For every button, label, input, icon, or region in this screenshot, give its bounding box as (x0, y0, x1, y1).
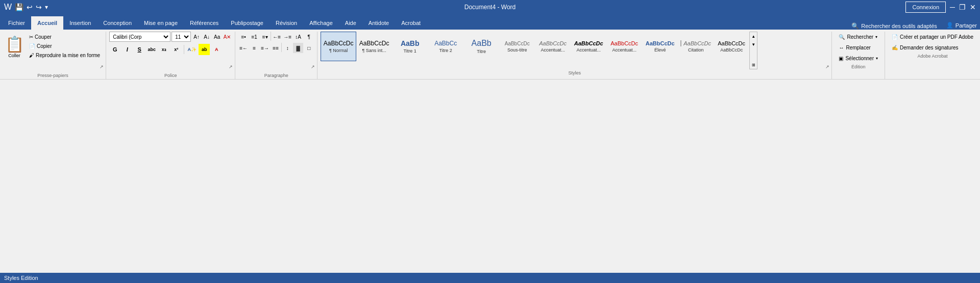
style-sans-int-preview: AaBbCcDc (359, 40, 389, 47)
coller-label: Coller (8, 53, 20, 58)
indent-decrease-button[interactable]: ←≡ (272, 32, 282, 42)
tab-insertion[interactable]: Insertion (63, 16, 97, 30)
couper-button[interactable]: ✂ Couper (27, 33, 103, 41)
demander-signatures-button[interactable]: ✍ Demander des signatures (888, 42, 977, 53)
clipboard-actions: ✂ Couper 📄 Copier 🖌 Reproduire la mise e… (27, 33, 103, 60)
selectionner-button[interactable]: ▣ Sélectionner ▾ (835, 53, 881, 63)
selectionner-icon: ▣ (839, 56, 843, 61)
sort-button[interactable]: ↕A (293, 32, 303, 42)
couper-icon: ✂ (29, 34, 33, 40)
tab-publipostage[interactable]: Publipostage (225, 16, 270, 30)
rechercher-button[interactable]: 🔍 Rechercher ▾ (835, 32, 881, 42)
style-aabbcc-label: AaBbCcDc (720, 47, 743, 53)
style-accentuat3[interactable]: AaBbCcDc Accentuat... (606, 32, 642, 61)
bold-button[interactable]: G (109, 44, 120, 55)
style-citation[interactable]: AaBbCcDc Citation (678, 32, 714, 61)
styles-scroll-down-button[interactable]: ▼ (750, 40, 757, 48)
share-button[interactable]: 👤 Partager (943, 21, 980, 30)
tab-acrobat[interactable]: Acrobat (395, 16, 427, 30)
styles-scrollbar: ▲ ▼ ⊞ (749, 32, 757, 69)
list-bullet-button[interactable]: ≡• (238, 32, 249, 42)
align-center-button[interactable]: ≡ (249, 43, 259, 53)
adobe-pdf-icon: 📄 (892, 34, 898, 40)
border-button[interactable]: □ (304, 43, 314, 53)
creer-pdf-button[interactable]: 📄 Créer et partager un PDF Adobe (888, 32, 977, 42)
presse-papiers-expand-icon[interactable]: ↗ (99, 64, 105, 70)
superscript-button[interactable]: x² (170, 44, 182, 55)
align-left-button[interactable]: ≡← (238, 43, 249, 53)
paragraphe-label: Paragraphe (238, 72, 314, 79)
demander-signatures-label: Demander des signatures (900, 45, 959, 50)
font-size-select[interactable]: 11 (172, 32, 191, 42)
clear-format-button[interactable]: A✕ (223, 32, 232, 41)
font-color-button[interactable]: A (211, 44, 222, 55)
redo-icon[interactable]: ↪ (36, 3, 42, 11)
tab-references[interactable]: Références (184, 16, 225, 30)
copier-button[interactable]: 📄 Copier (27, 42, 103, 50)
reproduire-button[interactable]: 🖌 Reproduire la mise en forme (27, 51, 103, 60)
align-right-button[interactable]: ≡→ (260, 43, 270, 53)
style-titre[interactable]: AaBb Titre (463, 32, 499, 61)
rechercher-icon: 🔍 (839, 34, 845, 40)
styles-expand-button[interactable]: ⊞ (750, 61, 757, 69)
style-eleve-preview: AaBbCcDc (646, 40, 675, 46)
styles-scroll-up-button[interactable]: ▲ (750, 32, 757, 40)
coller-button[interactable]: 📋 Coller (3, 32, 26, 61)
font-name-select[interactable]: Calibri (Corp (109, 32, 170, 42)
style-citation-label: Citation (688, 47, 704, 53)
tab-accueil[interactable]: Accueil (31, 16, 63, 30)
styles-expand-icon[interactable]: ↗ (824, 64, 830, 70)
styles-gallery: AaBbCcDc ¶ Normal AaBbCcDc ¶ Sans int...… (321, 32, 757, 69)
style-sous-titre-label: Sous-titre (507, 47, 527, 53)
title-bar-title: Document4 - Word (464, 4, 516, 11)
tab-antidote[interactable]: Antidote (362, 16, 395, 30)
line-spacing-button[interactable]: ↕ (282, 43, 292, 53)
style-normal[interactable]: AaBbCcDc ¶ Normal (321, 32, 356, 61)
subscript-button[interactable]: x₂ (158, 44, 169, 55)
style-titre1[interactable]: AaBb Titre 1 (392, 32, 428, 61)
police-top-row: Calibri (Corp 11 A↑ A↓ Aa A✕ (109, 32, 232, 42)
style-accentuat1[interactable]: AaBbCcDc Accentuat... (535, 32, 571, 61)
style-titre1-label: Titre 1 (404, 48, 416, 54)
close-icon[interactable]: ✕ (970, 3, 976, 11)
save-icon[interactable]: 💾 (15, 3, 23, 11)
justify-button[interactable]: ≡≡ (271, 43, 281, 53)
tab-mise-en-page[interactable]: Mise en page (138, 16, 184, 30)
remplacer-label: Remplacer (846, 45, 870, 50)
remplacer-button[interactable]: ↔ Remplacer (835, 42, 881, 53)
text-effects-button[interactable]: A✨ (186, 44, 198, 55)
list-multilevel-button[interactable]: ≡▾ (260, 32, 270, 42)
style-sous-titre[interactable]: AaBbCcDc Sous-titre (499, 32, 535, 61)
underline-button[interactable]: S (134, 44, 145, 55)
style-sans-int[interactable]: AaBbCcDc ¶ Sans int... (356, 32, 392, 61)
italic-button[interactable]: I (121, 44, 133, 55)
font-size-decrease-button[interactable]: A↓ (202, 32, 211, 41)
style-accentuat2[interactable]: AaBbCcDc Accentuat... (571, 32, 606, 61)
indent-increase-button[interactable]: →≡ (282, 32, 292, 42)
police-expand-icon[interactable]: ↗ (228, 64, 234, 70)
tab-revision[interactable]: Révision (270, 16, 303, 30)
style-titre2-label: Titre 2 (439, 48, 452, 53)
font-size-increase-button[interactable]: A↑ (192, 32, 201, 41)
style-titre2[interactable]: AaBbCc Titre 2 (428, 32, 463, 61)
paragraphe-expand-icon[interactable]: ↗ (310, 64, 316, 70)
tab-aide[interactable]: Aide (339, 16, 362, 30)
tab-fichier[interactable]: Fichier (2, 16, 31, 30)
font-case-button[interactable]: Aa (212, 32, 222, 41)
style-aabbcc[interactable]: AaBbCcDc AaBbCcDc (714, 32, 749, 61)
connexion-button[interactable]: Connexion (905, 2, 946, 13)
ribbon: 📋 Coller ✂ Couper 📄 Copier 🖌 (0, 30, 980, 80)
highlight-button[interactable]: ab (199, 44, 210, 55)
tab-affichage[interactable]: Affichage (303, 16, 339, 30)
restore-icon[interactable]: ❐ (959, 3, 966, 11)
minimize-icon[interactable]: ─ (950, 3, 955, 11)
undo-icon[interactable]: ↩ (27, 3, 33, 11)
police-format-row: G I S abc x₂ x² A✨ ab A (109, 44, 232, 55)
style-eleve[interactable]: AaBbCcDc Élevé (642, 32, 678, 61)
pilcrow-button[interactable]: ¶ (304, 32, 314, 42)
list-number-button[interactable]: ≡1 (249, 32, 259, 42)
more-icon[interactable]: ▾ (45, 4, 48, 11)
tab-conception[interactable]: Conception (97, 16, 138, 30)
shading-button[interactable]: ▓ (293, 43, 303, 53)
strikethrough-button[interactable]: abc (146, 44, 157, 55)
